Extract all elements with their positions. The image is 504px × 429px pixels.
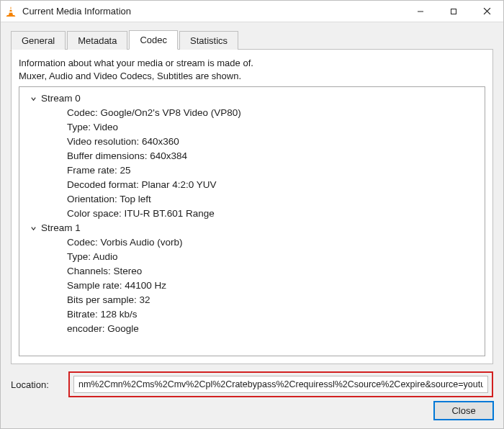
stream-1-type[interactable]: Type: Audio: [25, 250, 480, 264]
location-row: Location:: [11, 371, 493, 397]
stream-0-framerate[interactable]: Frame rate: 25: [25, 163, 480, 178]
stream-0-buffer[interactable]: Buffer dimensions: 640x384: [25, 149, 480, 163]
media-info-window: Current Media Information General Metada…: [0, 0, 504, 429]
svg-marker-0: [9, 6, 13, 15]
location-highlight: [68, 371, 493, 397]
content-area: General Metadata Codec Statistics Inform…: [1, 22, 503, 364]
maximize-icon: [450, 8, 457, 15]
minimize-button[interactable]: [404, 1, 437, 22]
svg-rect-1: [9, 9, 12, 10]
svg-rect-2: [9, 12, 13, 13]
stream-1-bitrate[interactable]: Bitrate: 128 kb/s: [25, 307, 480, 322]
stream-0-codec[interactable]: Codec: Google/On2's VP8 Video (VP80): [25, 106, 480, 120]
close-window-button[interactable]: [470, 1, 503, 22]
panel-description: Information about what your media or str…: [19, 57, 485, 82]
stream-0-type[interactable]: Type: Video: [25, 120, 480, 135]
stream-1-header[interactable]: Stream 1: [25, 221, 480, 235]
window-title: Current Media Information: [22, 6, 131, 17]
tab-statistics[interactable]: Statistics: [179, 31, 238, 50]
desc-line-2: Muxer, Audio and Video Codecs, Subtitles…: [19, 70, 485, 83]
stream-0-orientation[interactable]: Orientation: Top left: [25, 192, 480, 207]
stream-0-decoded-format[interactable]: Decoded format: Planar 4:2:0 YUV: [25, 178, 480, 192]
maximize-button[interactable]: [437, 1, 470, 22]
svg-rect-5: [451, 9, 456, 14]
close-icon: [483, 7, 491, 15]
tab-bar: General Metadata Codec Statistics: [11, 30, 493, 49]
stream-1-sample-rate[interactable]: Sample rate: 44100 Hz: [25, 279, 480, 293]
button-row: Close: [11, 402, 493, 420]
stream-1-label: Stream 1: [41, 221, 81, 235]
stream-0-label: Stream 0: [41, 91, 81, 106]
minimize-icon: [417, 8, 424, 15]
stream-1-channels[interactable]: Channels: Stereo: [25, 264, 480, 279]
stream-0-color-space[interactable]: Color space: ITU-R BT.601 Range: [25, 207, 480, 221]
codec-tree[interactable]: Stream 0 Codec: Google/On2's VP8 Video (…: [19, 86, 485, 356]
close-button[interactable]: Close: [434, 402, 493, 420]
tab-codec[interactable]: Codec: [129, 30, 178, 50]
stream-1-bits[interactable]: Bits per sample: 32: [25, 293, 480, 307]
stream-1-codec[interactable]: Codec: Vorbis Audio (vorb): [25, 235, 480, 250]
stream-1-encoder[interactable]: encoder: Google: [25, 322, 480, 336]
stream-0-resolution[interactable]: Video resolution: 640x360: [25, 135, 480, 149]
chevron-down-icon: [30, 96, 37, 102]
tab-metadata[interactable]: Metadata: [67, 31, 127, 50]
location-input[interactable]: [73, 376, 488, 393]
vlc-cone-icon: [5, 6, 17, 17]
codec-panel: Information about what your media or str…: [11, 49, 493, 364]
location-label: Location:: [11, 379, 63, 390]
chevron-down-icon: [30, 225, 37, 232]
tab-general[interactable]: General: [11, 31, 66, 50]
desc-line-1: Information about what your media or str…: [19, 57, 485, 70]
footer: Location: Close: [1, 364, 503, 428]
svg-marker-3: [6, 15, 16, 17]
stream-0-header[interactable]: Stream 0: [25, 91, 480, 106]
titlebar: Current Media Information: [1, 1, 503, 22]
